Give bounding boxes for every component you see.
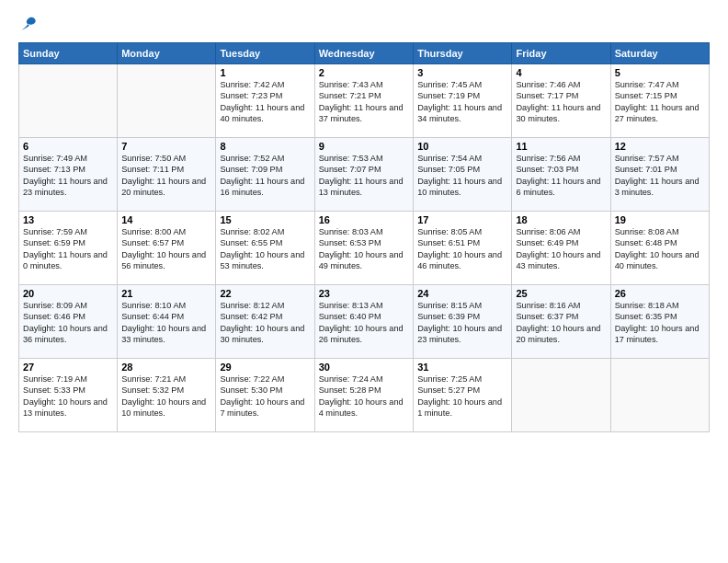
day-number: 16: [319, 214, 409, 225]
calendar-day-cell: 6Sunrise: 7:49 AM Sunset: 7:13 PM Daylig…: [19, 138, 118, 212]
day-info: Sunrise: 7:49 AM Sunset: 7:13 PM Dayligh…: [23, 153, 113, 199]
day-number: 29: [220, 362, 310, 373]
calendar-day-cell: 28Sunrise: 7:21 AM Sunset: 5:32 PM Dayli…: [118, 359, 216, 432]
logo-bird-icon: [20, 15, 39, 33]
calendar-header-row: SundayMondayTuesdayWednesdayThursdayFrid…: [19, 43, 710, 64]
calendar-day-cell: 3Sunrise: 7:45 AM Sunset: 7:19 PM Daylig…: [414, 64, 512, 138]
day-number: 27: [23, 362, 113, 373]
day-info: Sunrise: 8:10 AM Sunset: 6:44 PM Dayligh…: [121, 300, 211, 346]
day-number: 17: [417, 214, 507, 225]
day-info: Sunrise: 7:42 AM Sunset: 7:23 PM Dayligh…: [220, 79, 310, 125]
calendar-day-cell: 8Sunrise: 7:52 AM Sunset: 7:09 PM Daylig…: [216, 138, 314, 212]
calendar-day-cell: 5Sunrise: 7:47 AM Sunset: 7:15 PM Daylig…: [610, 64, 709, 138]
day-number: 21: [121, 288, 211, 299]
calendar-day-cell: 22Sunrise: 8:12 AM Sunset: 6:42 PM Dayli…: [216, 285, 314, 359]
calendar-day-cell: 15Sunrise: 8:02 AM Sunset: 6:55 PM Dayli…: [216, 212, 314, 285]
calendar-day-cell: 11Sunrise: 7:56 AM Sunset: 7:03 PM Dayli…: [512, 138, 610, 212]
day-number: 6: [23, 141, 113, 152]
calendar-day-cell: 1Sunrise: 7:42 AM Sunset: 7:23 PM Daylig…: [216, 64, 314, 138]
day-info: Sunrise: 7:19 AM Sunset: 5:33 PM Dayligh…: [23, 373, 113, 419]
calendar-day-cell: 16Sunrise: 8:03 AM Sunset: 6:53 PM Dayli…: [314, 212, 413, 285]
calendar-day-cell: 30Sunrise: 7:24 AM Sunset: 5:28 PM Dayli…: [314, 359, 413, 432]
day-info: Sunrise: 8:08 AM Sunset: 6:48 PM Dayligh…: [615, 226, 705, 272]
day-info: Sunrise: 7:54 AM Sunset: 7:05 PM Dayligh…: [417, 153, 507, 199]
day-info: Sunrise: 8:18 AM Sunset: 6:35 PM Dayligh…: [615, 300, 705, 346]
day-number: 25: [516, 288, 606, 299]
day-info: Sunrise: 8:06 AM Sunset: 6:49 PM Dayligh…: [516, 226, 606, 272]
calendar-day-cell: 17Sunrise: 8:05 AM Sunset: 6:51 PM Dayli…: [414, 212, 512, 285]
day-number: 11: [516, 141, 606, 152]
calendar-day-cell: 7Sunrise: 7:50 AM Sunset: 7:11 PM Daylig…: [118, 138, 216, 212]
day-info: Sunrise: 8:12 AM Sunset: 6:42 PM Dayligh…: [220, 300, 310, 346]
day-info: Sunrise: 7:59 AM Sunset: 6:59 PM Dayligh…: [23, 226, 113, 272]
calendar-week-row: 20Sunrise: 8:09 AM Sunset: 6:46 PM Dayli…: [19, 285, 710, 359]
calendar-day-cell: 18Sunrise: 8:06 AM Sunset: 6:49 PM Dayli…: [512, 212, 610, 285]
calendar-week-row: 27Sunrise: 7:19 AM Sunset: 5:33 PM Dayli…: [19, 359, 710, 432]
calendar-day-cell: [19, 64, 118, 138]
day-number: 28: [121, 362, 211, 373]
day-number: 1: [220, 67, 310, 78]
weekday-header: Saturday: [610, 43, 709, 64]
calendar-week-row: 1Sunrise: 7:42 AM Sunset: 7:23 PM Daylig…: [19, 64, 710, 138]
header: [18, 15, 710, 33]
day-number: 19: [615, 214, 705, 225]
day-number: 4: [516, 67, 606, 78]
day-info: Sunrise: 7:50 AM Sunset: 7:11 PM Dayligh…: [121, 153, 211, 199]
calendar-day-cell: [512, 359, 610, 432]
weekday-header: Thursday: [414, 43, 512, 64]
day-info: Sunrise: 8:16 AM Sunset: 6:37 PM Dayligh…: [516, 300, 606, 346]
calendar-day-cell: 29Sunrise: 7:22 AM Sunset: 5:30 PM Dayli…: [216, 359, 314, 432]
day-info: Sunrise: 8:02 AM Sunset: 6:55 PM Dayligh…: [220, 226, 310, 272]
calendar-day-cell: 20Sunrise: 8:09 AM Sunset: 6:46 PM Dayli…: [19, 285, 118, 359]
day-info: Sunrise: 7:24 AM Sunset: 5:28 PM Dayligh…: [319, 373, 409, 419]
weekday-header: Monday: [118, 43, 216, 64]
day-info: Sunrise: 7:57 AM Sunset: 7:01 PM Dayligh…: [615, 153, 705, 199]
calendar-day-cell: 25Sunrise: 8:16 AM Sunset: 6:37 PM Dayli…: [512, 285, 610, 359]
logo: [18, 15, 39, 33]
weekday-header: Wednesday: [314, 43, 413, 64]
day-info: Sunrise: 8:13 AM Sunset: 6:40 PM Dayligh…: [319, 300, 409, 346]
day-info: Sunrise: 7:21 AM Sunset: 5:32 PM Dayligh…: [121, 373, 211, 419]
calendar-day-cell: 23Sunrise: 8:13 AM Sunset: 6:40 PM Dayli…: [314, 285, 413, 359]
day-number: 7: [121, 141, 211, 152]
day-number: 24: [417, 288, 507, 299]
day-info: Sunrise: 7:53 AM Sunset: 7:07 PM Dayligh…: [319, 153, 409, 199]
day-info: Sunrise: 7:22 AM Sunset: 5:30 PM Dayligh…: [220, 373, 310, 419]
day-number: 12: [615, 141, 705, 152]
day-info: Sunrise: 7:25 AM Sunset: 5:27 PM Dayligh…: [417, 373, 507, 419]
calendar-day-cell: 13Sunrise: 7:59 AM Sunset: 6:59 PM Dayli…: [19, 212, 118, 285]
day-number: 3: [417, 67, 507, 78]
day-number: 23: [319, 288, 409, 299]
calendar-day-cell: 31Sunrise: 7:25 AM Sunset: 5:27 PM Dayli…: [414, 359, 512, 432]
day-info: Sunrise: 7:43 AM Sunset: 7:21 PM Dayligh…: [319, 79, 409, 125]
weekday-header: Tuesday: [216, 43, 314, 64]
day-info: Sunrise: 8:05 AM Sunset: 6:51 PM Dayligh…: [417, 226, 507, 272]
calendar-day-cell: 27Sunrise: 7:19 AM Sunset: 5:33 PM Dayli…: [19, 359, 118, 432]
calendar-day-cell: 4Sunrise: 7:46 AM Sunset: 7:17 PM Daylig…: [512, 64, 610, 138]
day-info: Sunrise: 8:15 AM Sunset: 6:39 PM Dayligh…: [417, 300, 507, 346]
weekday-header: Friday: [512, 43, 610, 64]
calendar-day-cell: 26Sunrise: 8:18 AM Sunset: 6:35 PM Dayli…: [610, 285, 709, 359]
day-info: Sunrise: 8:03 AM Sunset: 6:53 PM Dayligh…: [319, 226, 409, 272]
day-number: 30: [319, 362, 409, 373]
day-info: Sunrise: 7:52 AM Sunset: 7:09 PM Dayligh…: [220, 153, 310, 199]
day-number: 9: [319, 141, 409, 152]
day-number: 8: [220, 141, 310, 152]
calendar-day-cell: 12Sunrise: 7:57 AM Sunset: 7:01 PM Dayli…: [610, 138, 709, 212]
day-number: 13: [23, 214, 113, 225]
calendar-day-cell: 21Sunrise: 8:10 AM Sunset: 6:44 PM Dayli…: [118, 285, 216, 359]
day-info: Sunrise: 7:46 AM Sunset: 7:17 PM Dayligh…: [516, 79, 606, 125]
day-number: 26: [615, 288, 705, 299]
day-info: Sunrise: 7:56 AM Sunset: 7:03 PM Dayligh…: [516, 153, 606, 199]
calendar-day-cell: 19Sunrise: 8:08 AM Sunset: 6:48 PM Dayli…: [610, 212, 709, 285]
weekday-header: Sunday: [19, 43, 118, 64]
calendar-day-cell: 24Sunrise: 8:15 AM Sunset: 6:39 PM Dayli…: [414, 285, 512, 359]
day-number: 18: [516, 214, 606, 225]
calendar-day-cell: [118, 64, 216, 138]
day-number: 31: [417, 362, 507, 373]
calendar-day-cell: [610, 359, 709, 432]
day-number: 22: [220, 288, 310, 299]
calendar-week-row: 13Sunrise: 7:59 AM Sunset: 6:59 PM Dayli…: [19, 212, 710, 285]
calendar-day-cell: 14Sunrise: 8:00 AM Sunset: 6:57 PM Dayli…: [118, 212, 216, 285]
day-number: 20: [23, 288, 113, 299]
